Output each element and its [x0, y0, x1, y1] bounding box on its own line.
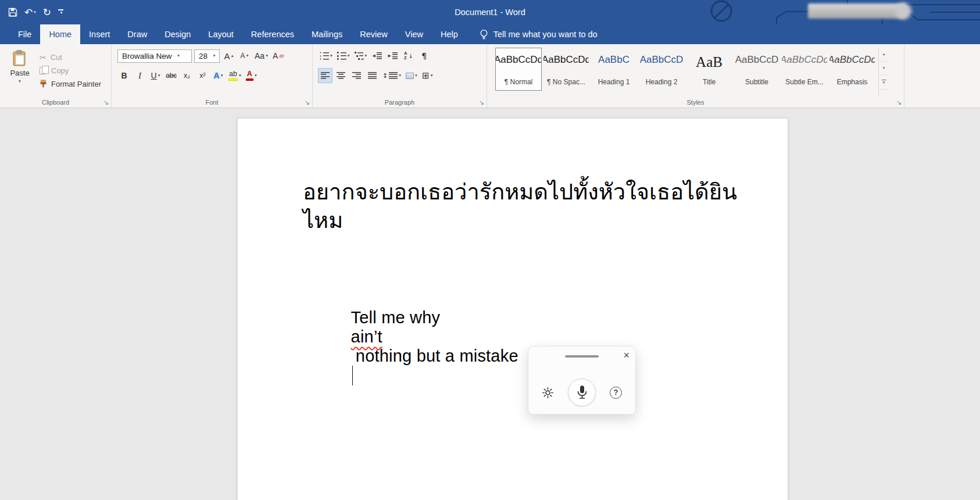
- tab-home[interactable]: Home: [40, 24, 80, 44]
- close-button[interactable]: ×: [623, 348, 630, 363]
- italic-button[interactable]: I: [133, 69, 146, 83]
- show-hide-marks-button[interactable]: ¶: [417, 49, 431, 63]
- chevron-down-icon[interactable]: ▾: [415, 73, 417, 78]
- align-right-button[interactable]: [350, 69, 363, 83]
- style-heading-1[interactable]: AaBbC Heading 1: [591, 48, 637, 91]
- chevron-down-icon[interactable]: ▾: [158, 73, 160, 78]
- align-left-button[interactable]: [319, 69, 332, 83]
- ribbon-tab-row: File Home Insert Draw Design Layout Refe…: [0, 24, 980, 44]
- chevron-down-icon[interactable]: ▾: [174, 50, 183, 62]
- font-group-label: Font: [112, 99, 312, 106]
- increase-indent-button[interactable]: ▶: [386, 49, 399, 63]
- drag-handle[interactable]: [565, 355, 599, 358]
- tell-me-search[interactable]: Tell me what you want to do: [480, 24, 598, 44]
- text-highlight-button[interactable]: ab ▾: [227, 69, 242, 83]
- format-painter-button[interactable]: Format Painter: [40, 80, 101, 88]
- chevron-down-icon[interactable]: ▾: [239, 73, 241, 78]
- borders-button[interactable]: ⊞ ▾: [421, 69, 434, 83]
- multilevel-list-button[interactable]: ▾: [353, 49, 369, 63]
- undo-button[interactable]: ↶ ▾: [24, 8, 36, 17]
- dictation-widget: × ?: [528, 346, 636, 415]
- account-area-blurred[interactable]: [808, 3, 906, 19]
- clipboard-dialog-launcher[interactable]: ↘: [103, 99, 109, 106]
- style-heading-2[interactable]: AaBbCcD Heading 2: [638, 48, 685, 91]
- clear-formatting-button[interactable]: A: [271, 49, 285, 63]
- tab-file[interactable]: File: [9, 24, 40, 44]
- numbered-list-icon: [337, 52, 346, 60]
- decrease-indent-button[interactable]: ◀: [370, 49, 384, 63]
- tab-design[interactable]: Design: [156, 24, 199, 44]
- text-effects-button[interactable]: A ▾: [212, 69, 225, 83]
- gallery-more-button[interactable]: ▾: [879, 76, 889, 90]
- paste-dropdown-icon[interactable]: ▾: [19, 79, 21, 84]
- customize-quick-access-button[interactable]: ▾: [58, 9, 63, 15]
- redo-button[interactable]: ↻: [43, 8, 51, 17]
- justify-button[interactable]: [366, 69, 379, 83]
- grow-font-button[interactable]: A ▴: [222, 49, 235, 63]
- style-subtitle[interactable]: AaBbCcD Subtitle: [734, 48, 780, 91]
- tab-insert[interactable]: Insert: [80, 24, 119, 44]
- save-icon: [8, 8, 17, 17]
- chevron-down-icon[interactable]: ▾: [431, 73, 433, 78]
- title-bar: ↶ ▾ ↻ ▾ Document1 - Word: [0, 0, 980, 24]
- underline-button[interactable]: U ▾: [149, 69, 162, 83]
- format-painter-label: Format Painter: [51, 80, 101, 88]
- align-left-icon: [321, 72, 330, 79]
- style-no-spacing[interactable]: AaBbCcDd ¶ No Spac...: [543, 48, 589, 91]
- chevron-down-icon[interactable]: ▾: [221, 73, 223, 78]
- chevron-down-icon[interactable]: ▾: [348, 53, 350, 58]
- shrink-font-button[interactable]: A ▾: [238, 49, 251, 63]
- settings-button[interactable]: [542, 387, 554, 399]
- microphone-button[interactable]: [568, 378, 596, 406]
- font-color-button[interactable]: A ▾: [245, 69, 258, 83]
- paste-button[interactable]: Paste ▾: [3, 48, 36, 96]
- tab-view[interactable]: View: [396, 24, 432, 44]
- undo-dropdown-icon[interactable]: ▾: [34, 10, 36, 15]
- chevron-down-icon: ▾: [266, 53, 268, 58]
- scissors-icon: ✂: [40, 53, 47, 62]
- font-name-combobox[interactable]: Browallia New ▾: [117, 49, 192, 63]
- font-dialog-launcher[interactable]: ↘: [305, 99, 310, 106]
- indent-lines-icon: [392, 52, 398, 59]
- tab-help[interactable]: Help: [432, 24, 467, 44]
- shading-button[interactable]: ▾: [405, 69, 419, 83]
- ribbon-empty-space: [904, 44, 980, 108]
- line-spacing-button[interactable]: ↕ ▾: [381, 69, 402, 83]
- tab-layout[interactable]: Layout: [199, 24, 242, 44]
- help-button[interactable]: ?: [610, 387, 622, 399]
- numbered-list-button[interactable]: ▾: [336, 49, 351, 63]
- style-title[interactable]: AaB Title: [686, 48, 732, 91]
- thai-paragraph[interactable]: อยากจะบอกเธอว่ารักหมดไปทั้งหัวใจเธอได้ยิ…: [303, 178, 764, 235]
- sort-button[interactable]: A Z ↓: [402, 49, 415, 63]
- tab-references[interactable]: References: [242, 24, 303, 44]
- style-subtle-emphasis[interactable]: AaBbCcDd Subtle Em...: [781, 48, 828, 91]
- gallery-scroll-down-button[interactable]: ▾: [879, 62, 889, 76]
- superscript-button[interactable]: x²: [196, 69, 209, 83]
- chevron-down-icon[interactable]: ▾: [255, 73, 257, 78]
- tab-review[interactable]: Review: [351, 24, 396, 44]
- chevron-down-icon[interactable]: ▾: [365, 53, 367, 58]
- chevron-down-icon[interactable]: ▾: [330, 53, 332, 58]
- save-button[interactable]: [8, 8, 17, 17]
- tab-mailings[interactable]: Mailings: [303, 24, 351, 44]
- font-size-combobox[interactable]: 28 ▾: [194, 49, 220, 63]
- tab-draw[interactable]: Draw: [119, 24, 156, 44]
- style-normal[interactable]: AaBbCcDd ¶ Normal: [495, 48, 542, 91]
- styles-dialog-launcher[interactable]: ↘: [896, 99, 902, 106]
- align-center-button[interactable]: [334, 69, 348, 83]
- change-case-button[interactable]: Aa ▾: [253, 49, 269, 63]
- subscript-button[interactable]: x₂: [180, 69, 194, 83]
- strikethrough-button[interactable]: abc: [164, 69, 178, 83]
- gallery-scroll-up-button[interactable]: ▴: [879, 48, 889, 62]
- chevron-down-icon[interactable]: ▾: [210, 50, 219, 62]
- bullet-list-button[interactable]: ▾: [319, 49, 334, 63]
- copy-button[interactable]: Copy: [40, 66, 101, 75]
- cut-button[interactable]: ✂ Cut: [40, 53, 101, 62]
- paragraph-dialog-launcher[interactable]: ↘: [479, 99, 484, 106]
- avatar[interactable]: [895, 3, 911, 19]
- document-page[interactable]: อยากจะบอกเธอว่ารักหมดไปทั้งหัวใจเธอได้ยิ…: [237, 118, 788, 500]
- misspelled-word[interactable]: ain’t: [351, 327, 382, 346]
- bold-button[interactable]: B: [117, 69, 131, 83]
- style-emphasis[interactable]: AaBbCcDd Emphasis: [829, 48, 875, 91]
- chevron-down-icon[interactable]: ▾: [399, 73, 401, 78]
